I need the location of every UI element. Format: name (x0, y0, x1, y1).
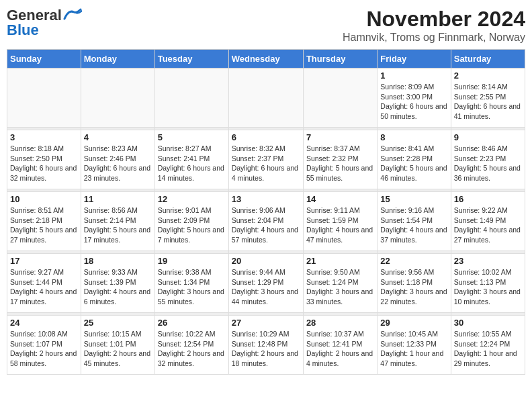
day-number: 18 (84, 256, 152, 266)
calendar-header-row: SundayMondayTuesdayWednesdayThursdayFrid… (7, 50, 525, 68)
calendar-cell: 5Sunrise: 8:27 AMSunset: 2:41 PMDaylight… (154, 130, 228, 189)
day-number: 26 (158, 318, 226, 328)
day-info: Sunrise: 8:56 AMSunset: 2:14 PMDaylight:… (84, 205, 152, 245)
day-number: 16 (454, 194, 522, 204)
day-number: 27 (232, 318, 300, 328)
day-info: Sunrise: 10:22 AMSunset: 12:54 PMDayligh… (158, 329, 226, 369)
day-info: Sunrise: 8:09 AMSunset: 3:00 PMDaylight:… (380, 82, 447, 122)
day-info: Sunrise: 10:45 AMSunset: 12:33 PMDayligh… (380, 329, 447, 369)
header-sunday: Sunday (7, 50, 81, 68)
day-number: 1 (380, 71, 447, 81)
header-friday: Friday (378, 50, 451, 68)
calendar-cell (7, 68, 81, 128)
week-row-3: 10Sunrise: 8:51 AMSunset: 2:18 PMDayligh… (7, 192, 525, 251)
calendar-cell: 13Sunrise: 9:06 AMSunset: 2:04 PMDayligh… (228, 192, 303, 251)
day-info: Sunrise: 8:32 AMSunset: 2:37 PMDaylight:… (232, 144, 300, 183)
week-row-2: 3Sunrise: 8:18 AMSunset: 2:50 PMDaylight… (7, 130, 525, 189)
day-info: Sunrise: 9:01 AMSunset: 2:09 PMDaylight:… (158, 205, 226, 245)
day-number: 10 (10, 194, 78, 204)
title-block: November 2024 Hamnvik, Troms og Finnmark… (343, 7, 525, 44)
calendar-cell: 9Sunrise: 8:46 AMSunset: 2:23 PMDaylight… (451, 130, 525, 189)
calendar-cell: 10Sunrise: 8:51 AMSunset: 2:18 PMDayligh… (7, 192, 81, 251)
day-number: 28 (306, 318, 374, 328)
day-number: 17 (10, 256, 78, 266)
day-info: Sunrise: 9:56 AMSunset: 1:18 PMDaylight:… (380, 267, 447, 307)
day-number: 29 (380, 318, 447, 328)
calendar-cell: 7Sunrise: 8:37 AMSunset: 2:32 PMDaylight… (303, 130, 377, 189)
day-info: Sunrise: 9:33 AMSunset: 1:39 PMDaylight:… (84, 267, 152, 307)
day-number: 14 (306, 194, 374, 204)
calendar-cell: 29Sunrise: 10:45 AMSunset: 12:33 PMDayli… (378, 316, 451, 375)
day-info: Sunrise: 8:23 AMSunset: 2:46 PMDaylight:… (84, 144, 152, 183)
day-info: Sunrise: 10:15 AMSunset: 1:01 PMDaylight… (84, 329, 152, 369)
day-info: Sunrise: 10:29 AMSunset: 12:48 PMDayligh… (232, 329, 300, 369)
calendar-cell: 30Sunrise: 10:55 AMSunset: 12:24 PMDayli… (451, 316, 525, 375)
header-saturday: Saturday (451, 50, 525, 68)
calendar-cell (154, 68, 228, 128)
logo: General Blue (7, 7, 82, 39)
calendar-cell: 21Sunrise: 9:50 AMSunset: 1:24 PMDayligh… (303, 254, 377, 313)
page-title: November 2024 (343, 7, 525, 32)
calendar-cell: 22Sunrise: 9:56 AMSunset: 1:18 PMDayligh… (378, 254, 451, 313)
day-number: 19 (158, 256, 226, 266)
calendar-cell: 17Sunrise: 9:27 AMSunset: 1:44 PMDayligh… (7, 254, 81, 313)
day-number: 24 (10, 318, 78, 328)
calendar-cell: 27Sunrise: 10:29 AMSunset: 12:48 PMDayli… (228, 316, 303, 375)
day-number: 5 (158, 132, 226, 142)
day-number: 21 (306, 256, 374, 266)
calendar-cell: 25Sunrise: 10:15 AMSunset: 1:01 PMDaylig… (81, 316, 154, 375)
calendar-cell (303, 68, 377, 128)
calendar-cell: 14Sunrise: 9:11 AMSunset: 1:59 PMDayligh… (303, 192, 377, 251)
day-info: Sunrise: 8:46 AMSunset: 2:23 PMDaylight:… (454, 144, 522, 183)
header-thursday: Thursday (303, 50, 377, 68)
calendar-cell: 18Sunrise: 9:33 AMSunset: 1:39 PMDayligh… (81, 254, 154, 313)
calendar-cell (81, 68, 154, 128)
day-info: Sunrise: 10:08 AMSunset: 1:07 PMDaylight… (10, 329, 78, 369)
day-info: Sunrise: 8:27 AMSunset: 2:41 PMDaylight:… (158, 144, 226, 183)
calendar-cell: 6Sunrise: 8:32 AMSunset: 2:37 PMDaylight… (228, 130, 303, 189)
week-row-1: 1Sunrise: 8:09 AMSunset: 3:00 PMDaylight… (7, 68, 525, 128)
day-info: Sunrise: 8:51 AMSunset: 2:18 PMDaylight:… (10, 205, 78, 245)
day-number: 22 (380, 256, 447, 266)
calendar-cell: 2Sunrise: 8:14 AMSunset: 2:55 PMDaylight… (451, 68, 525, 128)
calendar-cell: 24Sunrise: 10:08 AMSunset: 1:07 PMDaylig… (7, 316, 81, 375)
week-row-4: 17Sunrise: 9:27 AMSunset: 1:44 PMDayligh… (7, 254, 525, 313)
day-info: Sunrise: 10:55 AMSunset: 12:24 PMDayligh… (454, 329, 522, 369)
day-number: 2 (454, 71, 522, 81)
day-number: 15 (380, 194, 447, 204)
day-info: Sunrise: 8:14 AMSunset: 2:55 PMDaylight:… (454, 82, 522, 122)
header-monday: Monday (81, 50, 154, 68)
day-info: Sunrise: 8:37 AMSunset: 2:32 PMDaylight:… (306, 144, 374, 183)
day-number: 7 (306, 132, 374, 142)
day-number: 9 (454, 132, 522, 142)
day-info: Sunrise: 9:22 AMSunset: 1:49 PMDaylight:… (454, 205, 522, 245)
day-info: Sunrise: 9:27 AMSunset: 1:44 PMDaylight:… (10, 267, 78, 307)
calendar-cell: 4Sunrise: 8:23 AMSunset: 2:46 PMDaylight… (81, 130, 154, 189)
day-info: Sunrise: 9:06 AMSunset: 2:04 PMDaylight:… (232, 205, 300, 245)
day-number: 8 (380, 132, 447, 142)
day-info: Sunrise: 8:18 AMSunset: 2:50 PMDaylight:… (10, 144, 78, 183)
day-number: 13 (232, 194, 300, 204)
page-subtitle: Hamnvik, Troms og Finnmark, Norway (343, 32, 525, 44)
calendar-cell: 26Sunrise: 10:22 AMSunset: 12:54 PMDayli… (154, 316, 228, 375)
day-number: 20 (232, 256, 300, 266)
header-tuesday: Tuesday (154, 50, 228, 68)
calendar: SundayMondayTuesdayWednesdayThursdayFrid… (7, 49, 525, 375)
calendar-cell: 20Sunrise: 9:44 AMSunset: 1:29 PMDayligh… (228, 254, 303, 313)
day-info: Sunrise: 9:38 AMSunset: 1:34 PMDaylight:… (158, 267, 226, 307)
calendar-cell: 3Sunrise: 8:18 AMSunset: 2:50 PMDaylight… (7, 130, 81, 189)
calendar-cell: 11Sunrise: 8:56 AMSunset: 2:14 PMDayligh… (81, 192, 154, 251)
day-number: 11 (84, 194, 152, 204)
day-number: 3 (10, 132, 78, 142)
week-row-5: 24Sunrise: 10:08 AMSunset: 1:07 PMDaylig… (7, 316, 525, 375)
day-number: 6 (232, 132, 300, 142)
calendar-cell: 1Sunrise: 8:09 AMSunset: 3:00 PMDaylight… (378, 68, 451, 128)
calendar-cell: 28Sunrise: 10:37 AMSunset: 12:41 PMDayli… (303, 316, 377, 375)
calendar-cell: 16Sunrise: 9:22 AMSunset: 1:49 PMDayligh… (451, 192, 525, 251)
calendar-cell: 8Sunrise: 8:41 AMSunset: 2:28 PMDaylight… (378, 130, 451, 189)
day-info: Sunrise: 9:50 AMSunset: 1:24 PMDaylight:… (306, 267, 374, 307)
day-number: 23 (454, 256, 522, 266)
header-wednesday: Wednesday (228, 50, 303, 68)
calendar-cell: 19Sunrise: 9:38 AMSunset: 1:34 PMDayligh… (154, 254, 228, 313)
calendar-cell: 12Sunrise: 9:01 AMSunset: 2:09 PMDayligh… (154, 192, 228, 251)
